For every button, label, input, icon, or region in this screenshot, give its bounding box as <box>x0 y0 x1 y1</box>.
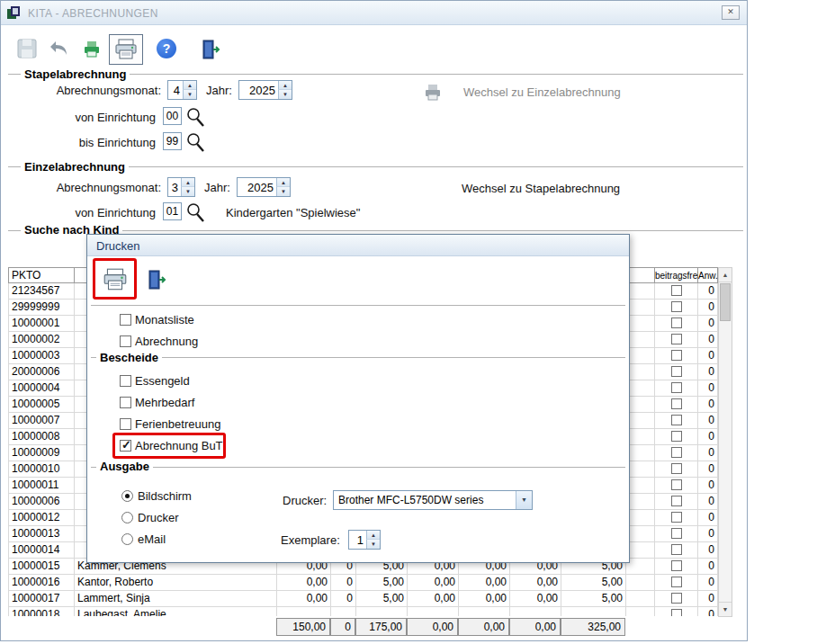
spinner-up-button[interactable]: ▲ <box>183 81 196 90</box>
close-button[interactable]: ✕ <box>722 5 740 20</box>
bescheid-0-checkbox[interactable] <box>120 375 131 387</box>
ausgabe-1-radio[interactable] <box>121 512 133 523</box>
cell-empty <box>626 348 655 364</box>
beitragsfrei-checkbox[interactable] <box>671 415 682 425</box>
beitragsfrei-checkbox[interactable] <box>671 431 682 442</box>
cell-pkto: 10000001 <box>9 316 75 332</box>
spinner-down-button[interactable]: ▼ <box>181 187 194 196</box>
spinner-down-button[interactable]: ▼ <box>278 90 292 99</box>
cell-pkto: 10000017 <box>9 591 75 607</box>
header-x[interactable] <box>626 267 655 283</box>
spinner-up-button[interactable]: ▲ <box>366 531 380 540</box>
spinner-down-button[interactable]: ▼ <box>366 540 380 549</box>
beitragsfrei-checkbox[interactable] <box>671 447 682 458</box>
header-chk[interactable]: beitragsfrei <box>655 267 698 283</box>
spinner-value[interactable]: 1 <box>349 531 365 549</box>
beitragsfrei-checkbox[interactable] <box>671 398 682 409</box>
cell-beitragsfrei <box>655 591 698 607</box>
cell-empty <box>626 397 655 413</box>
spinner-down-button[interactable]: ▼ <box>276 187 290 196</box>
save-button[interactable] <box>13 35 40 62</box>
magnifier-icon <box>184 131 206 155</box>
beitragsfrei-checkbox[interactable] <box>671 350 682 361</box>
spinner-value[interactable]: 2025 <box>238 178 275 196</box>
printer-select[interactable]: Brother MFC-L5750DW series ▼ <box>333 490 533 510</box>
table-row[interactable]: 10000016Kantor, Roberto0,0005,000,000,00… <box>9 575 718 591</box>
beitragsfrei-checkbox[interactable] <box>671 528 682 539</box>
total-cell: 175,00 <box>355 618 407 636</box>
header-anw[interactable]: Anw. <box>698 267 718 283</box>
chevron-down-icon[interactable]: ▼ <box>516 491 532 509</box>
einzel-jahr-spinner[interactable]: 2025 ▲ ▼ <box>237 177 291 197</box>
print-button[interactable] <box>109 34 143 65</box>
table-row[interactable]: 10000018Laubegast, Amelie0 <box>9 607 718 616</box>
stapel-von-search-button[interactable] <box>184 106 206 130</box>
einzel-von-input[interactable]: 01 <box>163 202 182 220</box>
help-button[interactable]: ? <box>156 38 177 59</box>
beitragsfrei-checkbox[interactable] <box>671 301 682 312</box>
cell-anw: 0 <box>698 300 718 316</box>
beitragsfrei-checkbox[interactable] <box>671 334 682 344</box>
bescheid-3-checkbox[interactable] <box>120 440 131 452</box>
ausgabe-0-radio[interactable] <box>121 490 133 502</box>
stapel-monat-spinner[interactable]: 4 ▲ ▼ <box>167 80 197 100</box>
spinner-value[interactable]: 3 <box>168 178 180 196</box>
total-cell: 0,00 <box>458 618 509 636</box>
dialog-title-bar[interactable]: Drucken <box>87 235 629 256</box>
table-row[interactable]: 10000017Lammert, Sinja0,0005,000,000,000… <box>9 591 718 607</box>
option-abrechnung-checkbox[interactable] <box>120 335 131 347</box>
beitragsfrei-checkbox[interactable] <box>671 512 682 523</box>
option-monatsliste-checkbox[interactable] <box>120 314 131 326</box>
exemplare-spinner[interactable]: 1 ▲ ▼ <box>348 530 381 550</box>
header-pkto[interactable]: PKTO <box>9 267 75 283</box>
spinner-value[interactable]: 2025 <box>239 81 277 99</box>
undo-button[interactable] <box>46 35 73 62</box>
beitragsfrei-checkbox[interactable] <box>671 593 682 604</box>
table-vertical-scrollbar[interactable]: ▲ ▼ <box>718 267 732 617</box>
einzel-monat-spinner[interactable]: 3 ▲ ▼ <box>167 177 195 197</box>
bescheid-1-checkbox[interactable] <box>120 397 131 408</box>
beitragsfrei-checkbox[interactable] <box>671 560 682 571</box>
beitragsfrei-checkbox[interactable] <box>671 544 682 555</box>
spinner-value[interactable]: 4 <box>168 81 182 99</box>
scroll-thumb[interactable] <box>720 283 731 321</box>
spinner-down-button[interactable]: ▼ <box>183 90 196 99</box>
cell-empty <box>626 445 655 461</box>
cell-empty <box>626 478 655 494</box>
ausgabe-2-label: eMail <box>138 532 166 546</box>
scroll-down-icon[interactable]: ▼ <box>719 602 732 616</box>
beitragsfrei-checkbox[interactable] <box>671 609 682 616</box>
cell-pkto: 10000015 <box>9 559 75 575</box>
beitragsfrei-checkbox[interactable] <box>671 382 682 393</box>
spinner-up-button[interactable]: ▲ <box>181 178 194 187</box>
stapel-jahr-spinner[interactable]: 2025 ▲ ▼ <box>238 80 292 100</box>
beitragsfrei-checkbox[interactable] <box>671 479 682 490</box>
beitragsfrei-checkbox[interactable] <box>671 463 682 474</box>
stapel-bis-input[interactable]: 99 <box>163 132 182 150</box>
scroll-up-icon[interactable]: ▲ <box>719 268 732 282</box>
stapel-von-input[interactable]: 00 <box>163 107 182 125</box>
spinner-up-button[interactable]: ▲ <box>278 81 292 90</box>
cell-pkto: 10000008 <box>9 429 75 445</box>
einzel-von-search-button[interactable] <box>184 201 206 225</box>
stapel-bis-search-button[interactable] <box>184 131 206 155</box>
cell-empty <box>626 429 655 445</box>
exit-button[interactable] <box>197 37 224 62</box>
beitragsfrei-checkbox[interactable] <box>671 577 682 587</box>
bescheid-2-checkbox[interactable] <box>120 418 131 430</box>
switch-to-einzel-label[interactable]: Wechsel zu Einzelabrechnung <box>463 85 621 99</box>
switch-mode-button[interactable] <box>78 35 105 62</box>
dialog-print-button[interactable] <box>98 264 132 296</box>
beitragsfrei-checkbox[interactable] <box>671 285 682 296</box>
beitragsfrei-checkbox[interactable] <box>671 366 682 377</box>
switch-to-stapel-label[interactable]: Wechsel zu Stapelabrechnung <box>462 182 620 195</box>
switch-to-einzel-button[interactable] <box>420 80 445 103</box>
cell-anw: 0 <box>698 478 718 494</box>
beitragsfrei-checkbox[interactable] <box>671 318 682 328</box>
beitragsfrei-checkbox[interactable] <box>671 496 682 506</box>
spinner-up-button[interactable]: ▲ <box>276 178 290 187</box>
title-bar[interactable]: KITA - ABRECHNUNGEN ✕ <box>1 1 747 25</box>
ausgabe-2-radio[interactable] <box>121 533 133 545</box>
dialog-exit-button[interactable] <box>143 267 170 292</box>
cell-anw: 0 <box>698 526 718 542</box>
